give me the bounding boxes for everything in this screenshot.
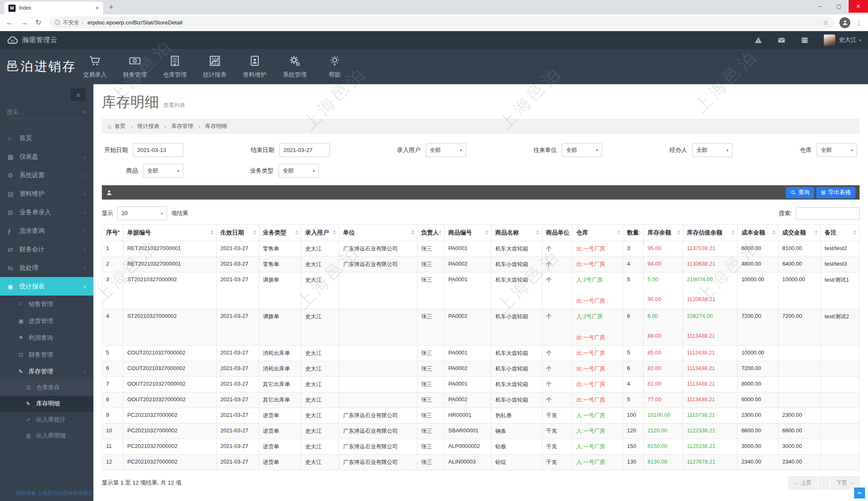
column-header-8[interactable]: 商品名称 (491, 225, 542, 241)
filter-select-handler[interactable]: 全部▾ (692, 143, 733, 157)
sidebar-item-batch-processing[interactable]: ⇆批处理‹ (0, 258, 93, 277)
top-nav-data-maintenance[interactable]: 资料维护 (235, 55, 275, 79)
browser-tab[interactable]: M Index × (4, 2, 103, 14)
sidebar-item-data-maintenance[interactable]: ▤资料维护‹ (0, 184, 93, 203)
sidebar-item-stock-detail[interactable]: ✎库存明细 (0, 396, 93, 412)
breadcrumb-item-2[interactable]: 库存管理 (171, 123, 193, 130)
sidebar-item-sales-management[interactable]: ⚐销售管理 (0, 296, 93, 312)
query-button[interactable]: 查询 (786, 187, 814, 198)
filter-select-biz-type[interactable]: 全部▾ (279, 164, 319, 178)
top-nav-system-management[interactable]: 系统管理 (275, 55, 315, 79)
top-nav-warehouse-management[interactable]: 仓库管理 (155, 55, 195, 79)
forward-icon[interactable]: → (21, 19, 28, 27)
column-header-10[interactable]: 仓库 (572, 225, 623, 241)
column-header-1[interactable]: 单据编号 (123, 225, 216, 241)
prev-page-button[interactable]: ← 上页 (788, 476, 818, 490)
messages-icon[interactable] (778, 36, 786, 44)
sidebar-item-transaction-query[interactable]: ∮流水查询‹ (0, 221, 93, 240)
address-bar[interactable]: ⓘ 不安全 | erpdoc.epoerp.cn/Biz/Stat/StoreD… (49, 16, 834, 29)
cell-stack: 95.00 (648, 245, 679, 251)
top-nav-finance-management[interactable]: 财务管理 (115, 55, 155, 79)
filter-input-start-date[interactable] (133, 143, 183, 157)
column-header-14[interactable]: 成本金额 (738, 225, 778, 241)
alerts-icon[interactable] (754, 36, 762, 44)
sidebar-item-warehouse-stock[interactable]: ☰仓库库存 (0, 380, 93, 396)
sidebar-item-purchase-management[interactable]: ▣进货管理 (0, 312, 93, 329)
bookmark-star-icon[interactable]: ☆ (823, 19, 828, 27)
column-header-11[interactable]: 数量 (623, 225, 644, 241)
column-header-6[interactable]: 负责人 (417, 225, 444, 241)
sidebar-item-system-settings[interactable]: ⚙系统设置‹ (0, 166, 93, 184)
column-header-5[interactable]: 单位 (339, 225, 417, 241)
top-nav-statistics-reports[interactable]: 统计报表 (195, 55, 235, 79)
sidebar-item-in-out-detail[interactable]: ▥出入库明细 (0, 428, 93, 444)
tasks-icon[interactable] (801, 36, 809, 44)
sidebar-item-home[interactable]: ⌂首页 (0, 129, 93, 147)
column-header-3[interactable]: 业务类型 (259, 225, 301, 241)
column-header-2[interactable]: 生效日期 (216, 225, 259, 241)
filter-select-counterparty[interactable]: 全部▾ (562, 143, 602, 157)
cell-date: 2021-03-27 (216, 424, 259, 439)
action-bar: 查询 ⊞ 导出表格 (102, 185, 860, 200)
table-search-input[interactable] (796, 207, 860, 220)
warehouse-stock-icon: ☰ (26, 385, 36, 391)
column-header-13[interactable]: 库存估值余额 (683, 225, 738, 241)
sidebar-item-inventory-management[interactable]: ✎库存管理‹ (0, 363, 93, 380)
column-header-12[interactable]: 库存余额 (643, 225, 683, 241)
sidebar-item-business-entry[interactable]: ⊞业务单录入‹ (0, 203, 93, 221)
column-header-9[interactable]: 商品单位 (542, 225, 572, 241)
breadcrumb-item-0[interactable]: 首页 (114, 123, 125, 130)
cell-remark (821, 439, 860, 455)
new-tab-button[interactable]: + (109, 3, 114, 12)
column-header-label: 单据编号 (127, 229, 151, 236)
column-header-16[interactable]: 备注 (821, 225, 860, 241)
tab-close-icon[interactable]: × (96, 5, 99, 11)
sort-icon (295, 230, 298, 235)
window-minimize-button[interactable]: ─ (810, 0, 829, 13)
sidebar-item-financial-accounting[interactable]: ⇄财务会计‹ (0, 240, 93, 258)
scroll-to-top-button[interactable] (854, 488, 865, 498)
cell-stack: 1113438.21 (687, 365, 734, 371)
filter-input-end-date[interactable] (279, 143, 330, 157)
sort-asc-icon (333, 230, 336, 232)
sidebar-item-profit-query[interactable]: ⚑利润查询 (0, 329, 93, 346)
cell-biz_type: 进货单 (259, 455, 301, 470)
filter-select-warehouse[interactable]: 全部▾ (817, 143, 857, 157)
user-avatar[interactable] (824, 35, 835, 46)
export-table-button[interactable]: ⊞ 导出表格 (816, 187, 855, 198)
top-nav-help[interactable]: 帮助 (315, 55, 355, 79)
filter-select-entry-user[interactable]: 全部▾ (426, 143, 466, 157)
column-header-4[interactable]: 录入用户 (301, 225, 339, 241)
cell-product_no: PA0001 (444, 272, 491, 309)
browser-profile-avatar[interactable] (839, 17, 850, 28)
site-info-icon[interactable]: ⓘ (55, 19, 60, 27)
column-header-15[interactable]: 成交金额 (778, 225, 821, 241)
filter-select-product[interactable]: 全部▾ (143, 164, 183, 178)
sidebar-item-finance-management[interactable]: ⊡财务管理 (0, 346, 93, 363)
cell-product_name: 热轧卷 (491, 408, 542, 424)
sidebar-toggle-icon[interactable]: ≡ (71, 88, 86, 101)
cell-product_no: PA0002 (444, 257, 491, 272)
cell-qty: 6 (623, 309, 644, 346)
top-nav-transaction-entry[interactable]: 交易录入 (75, 55, 115, 79)
page-size-select[interactable]: 20 ▾ (117, 206, 167, 220)
stack-value: 219074.00 (687, 276, 734, 282)
cell-date: 2021-03-27 (216, 309, 259, 346)
reload-icon[interactable]: ↻ (35, 18, 41, 27)
cell-product_no: SBAR00001 (444, 424, 491, 439)
sidebar-item-statistics-reports[interactable]: ◉统计报表‹ (0, 277, 93, 296)
current-page-button[interactable] (818, 476, 829, 490)
user-name[interactable]: 史大江 (839, 36, 857, 44)
sidebar-item-dashboard[interactable]: ▦仪表盘‹ (0, 147, 93, 166)
cell-stack: 1125338.21 (687, 443, 734, 449)
back-icon[interactable]: ← (6, 19, 13, 27)
breadcrumb-item-1[interactable]: 统计报表 (138, 123, 159, 130)
window-close-button[interactable]: ✕ (849, 0, 868, 13)
column-header-0[interactable]: 序号 (102, 225, 123, 241)
sidebar-item-in-out-statistics[interactable]: ⇗出入库统计 (0, 412, 93, 428)
window-maximize-button[interactable]: ▢ (829, 0, 849, 13)
browser-menu-icon[interactable]: ⋮ (855, 19, 862, 27)
user-menu-caret-icon[interactable]: ▾ (859, 38, 861, 43)
sidebar-search-input[interactable] (7, 109, 83, 115)
column-header-7[interactable]: 商品编号 (444, 225, 491, 241)
